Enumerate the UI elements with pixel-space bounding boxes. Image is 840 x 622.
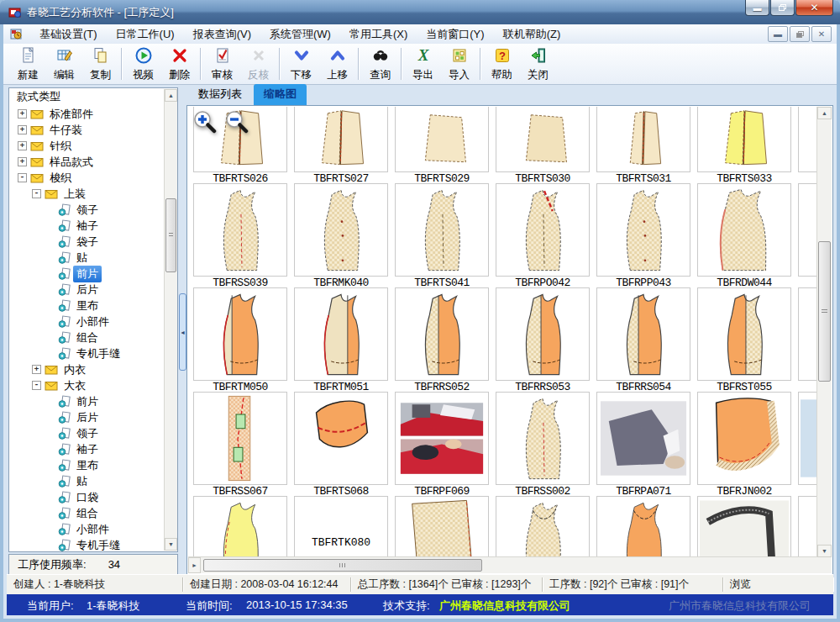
tree-scrollbar[interactable]: ▲ ▼ xyxy=(164,89,177,551)
thumbnail-image[interactable] xyxy=(798,496,817,557)
vertical-scrollbar-thumb[interactable] xyxy=(818,241,831,382)
thumbnail-image[interactable] xyxy=(395,183,489,277)
thumbnail-image[interactable] xyxy=(294,107,388,172)
tree-item-组合[interactable]: 组合 xyxy=(9,505,164,521)
thumbnail-cell[interactable] xyxy=(798,496,817,557)
menu-item-1[interactable]: 日常工作(U) xyxy=(107,25,184,44)
thumbnail-cell[interactable]: TBFRTS033 xyxy=(697,107,791,183)
thumbnail-cell[interactable]: TBFRTS027 xyxy=(294,107,388,183)
thumbnail-cell[interactable]: TBFRTS068 xyxy=(294,392,388,496)
thumbnail-cell[interactable]: TBFRTS029 xyxy=(395,107,489,183)
thumbnail-cell[interactable]: TBFRPO042 xyxy=(496,183,590,287)
tree-item-领子[interactable]: 领子 xyxy=(9,202,164,218)
toolbar-button-import-grid[interactable]: 导入 xyxy=(441,45,477,83)
tree-item-后片[interactable]: 后片 xyxy=(9,282,164,298)
thumbnail-cell[interactable]: TBFRRS054 xyxy=(596,287,690,392)
thumbnail-image[interactable] xyxy=(395,496,489,557)
thumbnail-image[interactable] xyxy=(193,496,287,557)
tree-item-口袋[interactable]: 口袋 xyxy=(9,489,164,505)
thumbnail-image[interactable] xyxy=(596,107,690,172)
thumbnail-cell[interactable] xyxy=(697,496,791,557)
mdi-close-button[interactable]: ✕ xyxy=(811,26,832,42)
tree-item-贴[interactable]: 贴 xyxy=(9,250,164,266)
toolbar-button-delete-x[interactable]: 删除 xyxy=(161,45,197,83)
tree-item-小部件[interactable]: 小部件 xyxy=(9,314,164,329)
expand-plus-icon[interactable]: + xyxy=(18,141,27,150)
thumbnail-image[interactable] xyxy=(697,183,791,277)
tree-item-大衣[interactable]: -大衣 xyxy=(9,377,164,393)
thumbnail-image[interactable] xyxy=(697,392,791,485)
thumbnail-image[interactable] xyxy=(596,496,690,557)
thumbnail-image[interactable] xyxy=(294,287,388,381)
thumbnail-cell[interactable] xyxy=(798,107,817,183)
tree-item-贴[interactable]: 贴 xyxy=(9,473,164,489)
thumbnail-image[interactable] xyxy=(496,392,590,485)
thumbnail-image[interactable] xyxy=(496,107,590,172)
thumbnail-cell[interactable]: TBFRRS053 xyxy=(496,287,590,392)
thumbnail-cell[interactable]: TBFRTS031 xyxy=(596,107,690,183)
tree-item-后片[interactable]: 后片 xyxy=(9,409,164,425)
toolbar-button-audit-check[interactable]: 审核 xyxy=(204,45,240,83)
tree-item-小部件[interactable]: 小部件 xyxy=(9,521,164,537)
tree-item-梭织[interactable]: -梭织 xyxy=(9,170,164,186)
menu-item-2[interactable]: 报表查询(V) xyxy=(184,25,260,44)
tree-item-专机手缝[interactable]: 专机手缝 xyxy=(9,345,164,361)
tab-thumbnail[interactable]: 缩略图 xyxy=(254,84,307,105)
toolbar-button-excel-export[interactable]: X导出 xyxy=(405,45,441,83)
thumbnail-cell[interactable]: TBFRTS041 xyxy=(395,183,489,287)
thumbnail-cell[interactable] xyxy=(798,287,817,392)
thumbnail-image[interactable] xyxy=(798,392,817,485)
thumbnail-image[interactable] xyxy=(798,287,817,381)
tree-item-针织[interactable]: +针织 xyxy=(9,138,164,154)
thumbnail-image[interactable] xyxy=(697,496,791,557)
thumbnail-image[interactable] xyxy=(294,392,388,485)
toolbar-button-new-document[interactable]: 新建 xyxy=(10,45,46,83)
splitter-collapse-handle[interactable]: ◄ xyxy=(179,293,186,371)
toolbar-button-binoculars-search[interactable]: 查询 xyxy=(362,45,398,83)
thumbnail-image[interactable] xyxy=(596,287,690,381)
tree-scrollbar-thumb[interactable] xyxy=(165,198,176,272)
thumbnail-cell[interactable]: TBFRSS002 xyxy=(496,392,590,496)
thumbnail-image[interactable] xyxy=(697,287,791,381)
expand-plus-icon[interactable]: + xyxy=(18,125,27,134)
thumbnail-cell[interactable]: TBFRTM051 xyxy=(294,287,388,392)
restore-button[interactable] xyxy=(770,0,795,16)
toolbar-button-edit[interactable]: 编辑 xyxy=(46,45,82,83)
tree-item-标准部件[interactable]: +标准部件 xyxy=(9,106,164,122)
tree-item-专机手缝[interactable]: 专机手缝 xyxy=(9,537,164,551)
menu-item-3[interactable]: 系统管理(W) xyxy=(260,25,340,44)
tab-data-list[interactable]: 数据列表 xyxy=(188,84,252,105)
panel-splitter[interactable]: ◄ xyxy=(178,85,186,575)
menu-item-4[interactable]: 常用工具(X) xyxy=(340,25,417,44)
toolbar-button-move-up[interactable]: 上移 xyxy=(319,45,355,83)
thumbnail-image[interactable] xyxy=(596,392,690,485)
menu-item-6[interactable]: 联机帮助(Z) xyxy=(494,25,570,44)
thumbnail-cell[interactable]: TBFRJN002 xyxy=(697,392,791,496)
thumbnail-image[interactable] xyxy=(496,496,590,557)
thumbnail-image[interactable] xyxy=(294,183,388,277)
horizontal-scrollbar-thumb[interactable] xyxy=(203,559,482,572)
tree-item-样品款式[interactable]: +样品款式 xyxy=(9,154,164,170)
menu-item-0[interactable]: 基础设置(T) xyxy=(30,25,107,44)
thumbnail-cell[interactable]: TBFRPF069 xyxy=(395,392,489,496)
toolbar-button-move-down[interactable]: 下移 xyxy=(283,45,319,83)
thumbnail-cell[interactable] xyxy=(496,496,590,557)
thumbnail-image[interactable] xyxy=(193,183,287,277)
zoom-in-magnifier-icon[interactable] xyxy=(193,110,217,134)
thumbnail-cell[interactable]: TBFRSS039 xyxy=(193,183,287,287)
thumbnail-cell[interactable] xyxy=(193,496,287,557)
expand-plus-icon[interactable]: + xyxy=(18,109,27,119)
tree-item-里布[interactable]: 里布 xyxy=(9,457,164,473)
toolbar-button-video-play[interactable]: 视频 xyxy=(125,45,161,83)
minimize-button[interactable]: ▬ xyxy=(745,0,769,16)
thumbnail-image[interactable] xyxy=(395,107,489,172)
thumbnail-cell[interactable]: TBFRST055 xyxy=(697,287,791,392)
thumbnail-image[interactable] xyxy=(697,107,791,172)
tree-item-组合[interactable]: 组合 xyxy=(9,329,164,345)
collapse-minus-icon[interactable]: - xyxy=(32,189,41,198)
scroll-right-arrow-icon[interactable]: ► xyxy=(188,557,201,573)
zoom-out-magnifier-icon[interactable] xyxy=(225,110,249,134)
mdi-minimize-button[interactable]: ▬ xyxy=(768,26,788,42)
tree-item-内衣[interactable]: +内衣 xyxy=(9,361,164,377)
thumbnail-cell[interactable]: TBFRMK040 xyxy=(294,183,388,287)
